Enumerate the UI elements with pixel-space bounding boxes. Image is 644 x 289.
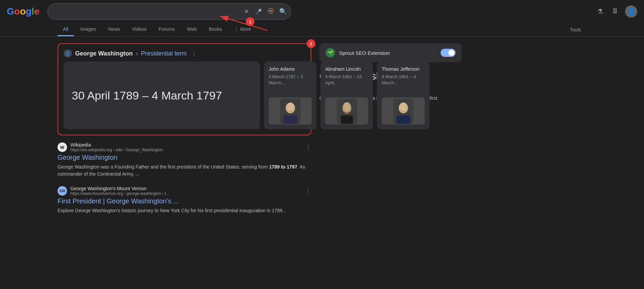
featured-snippet: 2 👤 George Washington › Presidential ter…: [58, 43, 311, 135]
labs-button[interactable]: ⚗: [595, 7, 605, 16]
jefferson-image: [382, 97, 425, 125]
wikipedia-result-snippet: George Washington was a Founding Father …: [58, 163, 311, 178]
annotation-badge-1: 1: [246, 17, 254, 26]
svg-point-7: [287, 103, 294, 111]
snippet-more-icon[interactable]: ⋮: [191, 50, 197, 57]
profile-icon: 👤: [627, 7, 636, 16]
more-dots-icon: ⋮: [234, 26, 239, 32]
tools-button[interactable]: Tools: [564, 24, 586, 36]
mount-vernon-result-snippet: Explore George Washington's historic jou…: [58, 207, 311, 214]
tab-images[interactable]: Images: [75, 23, 102, 36]
lens-button[interactable]: [266, 7, 275, 16]
google-logo: Google: [7, 6, 39, 17]
search-bar-container: what year was george washington presiden…: [47, 3, 291, 20]
search-button[interactable]: 🔍: [278, 7, 288, 16]
svg-point-11: [344, 102, 350, 111]
result-mount-vernon: GW George Washington's Mount Vernon http…: [58, 186, 311, 214]
microphone-icon: 🎤: [255, 8, 262, 15]
snippet-title: George Washington › Presidential term ⋮: [75, 50, 197, 57]
search-icon: 🔍: [279, 8, 287, 15]
result-more-options-2-icon[interactable]: ⋮: [305, 187, 311, 195]
clear-button[interactable]: ✕: [242, 7, 251, 16]
main-content: 2 👤 George Washington › Presidential ter…: [0, 37, 644, 229]
snippet-cards: 30 April 1789 – 4 March 1797 John Adams …: [64, 62, 305, 129]
result-source-wikipedia: W Wikipedia https://en.wikipedia.org › w…: [58, 142, 311, 152]
result-source-mount-vernon: GW George Washington's Mount Vernon http…: [58, 186, 311, 196]
president-card-lincoln[interactable]: Abraham Lincoln 4 March 1861 – 15 April.…: [320, 62, 373, 129]
close-icon: ✕: [244, 8, 249, 15]
john-adams-image: [269, 97, 312, 125]
apps-button[interactable]: ⠿: [610, 7, 620, 16]
source-info-mount-vernon: George Washington's Mount Vernon https:/…: [70, 186, 169, 196]
svg-point-3: [270, 10, 272, 12]
search-bar-icons: ✕ 🎤 🔍: [242, 7, 288, 16]
seo-toggle[interactable]: [441, 49, 456, 57]
tab-news[interactable]: News: [103, 23, 125, 36]
results-column: 2 👤 George Washington › Presidential ter…: [58, 43, 311, 222]
svg-rect-6: [284, 115, 297, 124]
president-card-jefferson[interactable]: Thomas Jefferson 4 March 1801 – 4 March.…: [377, 62, 429, 129]
source-info-wikipedia: Wikipedia https://en.wikipedia.org › wik…: [70, 142, 163, 152]
tab-videos[interactable]: Videos: [127, 23, 152, 36]
lens-icon: [267, 7, 274, 16]
wikipedia-result-title[interactable]: George Washington: [58, 154, 311, 161]
labs-icon: ⚗: [597, 7, 603, 16]
tab-all[interactable]: All: [58, 23, 74, 36]
entity-icon: 👤: [64, 49, 72, 58]
result-wikipedia: W Wikipedia https://en.wikipedia.org › w…: [58, 142, 311, 178]
mount-vernon-result-title[interactable]: First President | George Washington's ..…: [58, 197, 311, 205]
mount-vernon-icon: GW: [58, 186, 67, 196]
svg-rect-10: [341, 115, 353, 124]
tab-books[interactable]: Books: [203, 23, 227, 36]
annotation-badge-2: 2: [307, 39, 315, 48]
tab-web[interactable]: Web: [182, 23, 202, 36]
snippet-header: 👤 George Washington › Presidential term …: [64, 49, 305, 58]
header: Google what year was george washington p…: [0, 0, 644, 23]
svg-point-15: [400, 103, 407, 111]
header-right: ⚗ ⠿ 👤: [595, 5, 637, 18]
tab-forums[interactable]: Forums: [153, 23, 180, 36]
main-date-card: 30 April 1789 – 4 March 1797: [64, 62, 260, 129]
seo-extension-panel: 🌱 Sprout SEO Extension: [319, 43, 462, 62]
avatar[interactable]: 👤: [625, 5, 637, 18]
wikipedia-icon: W: [58, 142, 67, 152]
result-more-options-icon[interactable]: ⋮: [305, 143, 311, 151]
lincoln-image: [325, 97, 368, 125]
svg-rect-14: [397, 115, 410, 124]
sprout-icon: 🌱: [326, 48, 335, 58]
grid-icon: ⠿: [613, 7, 618, 16]
president-card-john-adams[interactable]: John Adams 4 March 1797 – 3 March...: [264, 62, 316, 129]
nav-tabs: All Images News Videos Forums Web Books …: [0, 23, 644, 37]
voice-search-button[interactable]: 🎤: [254, 7, 263, 16]
